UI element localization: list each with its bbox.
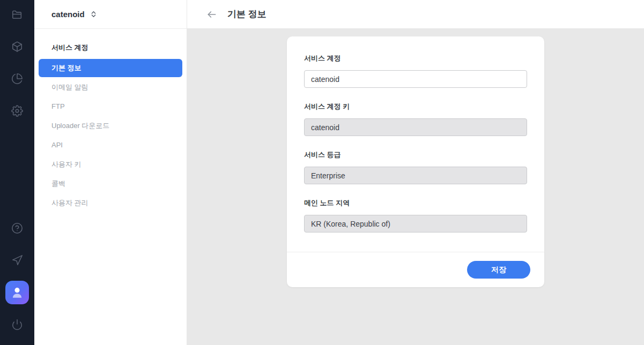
- service-account-input[interactable]: [304, 70, 527, 88]
- packages-button[interactable]: [11, 41, 23, 52]
- card-footer: 저장: [287, 252, 544, 287]
- form-field: 서비스 등급: [304, 150, 527, 184]
- form-field: 메인 노드 지역: [304, 198, 527, 232]
- analytics-button[interactable]: [11, 73, 23, 85]
- form-field: 서비스 계정: [304, 54, 527, 88]
- main-node-region-input: [304, 215, 527, 232]
- sidebar-item-user-management[interactable]: 사용자 관리: [39, 193, 182, 213]
- rail-bottom-group: [5, 222, 29, 345]
- user-avatar[interactable]: [5, 281, 29, 304]
- sidebar-item-ftp[interactable]: FTP: [39, 97, 182, 116]
- basic-info-form: 서비스 계정 서비스 계정 키 서비스 등급 메인 노드 지역: [287, 36, 544, 252]
- page-title: 기본 정보: [227, 8, 267, 20]
- folder-icon: [11, 9, 23, 20]
- help-button[interactable]: [11, 222, 23, 234]
- settings-menu: 서비스 계정 기본 정보 이메일 알림 FTP Uploader 다운로드 AP…: [34, 29, 187, 213]
- sidebar-item-basic-info[interactable]: 기본 정보: [39, 59, 182, 77]
- main-area: 기본 정보 서비스 계정 서비스 계정 키 서비스 등급: [187, 0, 644, 345]
- settings-button[interactable]: [11, 105, 23, 117]
- service-account-key-label: 서비스 계정 키: [304, 102, 527, 111]
- logout-button[interactable]: [11, 319, 23, 331]
- menu-section-title: 서비스 계정: [39, 43, 182, 52]
- settings-sidebar: catenoid 서비스 계정 기본 정보 이메일 알림 FTP Uploade…: [34, 0, 187, 345]
- service-account-key-input: [304, 118, 527, 136]
- main-node-region-label: 메인 노드 지역: [304, 198, 527, 208]
- back-button[interactable]: [206, 9, 217, 20]
- service-tier-input: [304, 167, 527, 184]
- sidebar-item-callback[interactable]: 콜백: [39, 174, 182, 193]
- service-account-label: 서비스 계정: [304, 54, 527, 63]
- send-button[interactable]: [11, 254, 23, 266]
- sidebar-item-uploader-download[interactable]: Uploader 다운로드: [39, 116, 182, 136]
- service-tier-label: 서비스 등급: [304, 150, 527, 160]
- sidebar-item-user-key[interactable]: 사용자 키: [39, 155, 182, 174]
- gear-icon: [11, 105, 23, 117]
- sidebar-item-email-alerts[interactable]: 이메일 알림: [39, 78, 182, 97]
- form-field: 서비스 계정 키: [304, 102, 527, 136]
- arrow-left-icon: [206, 9, 217, 20]
- page-header: 기본 정보: [187, 0, 644, 29]
- person-icon: [10, 286, 24, 299]
- chevron-updown-icon: [90, 10, 98, 18]
- basic-info-card: 서비스 계정 서비스 계정 키 서비스 등급 메인 노드 지역: [287, 36, 544, 287]
- save-button[interactable]: 저장: [467, 261, 530, 279]
- sidebar-item-api[interactable]: API: [39, 136, 182, 155]
- pie-chart-icon: [11, 73, 23, 85]
- workspace-name: catenoid: [51, 10, 85, 19]
- icon-rail: [0, 0, 34, 345]
- content-area: 서비스 계정 서비스 계정 키 서비스 등급 메인 노드 지역: [187, 29, 644, 345]
- power-icon: [11, 319, 23, 331]
- send-icon: [11, 254, 23, 266]
- help-icon: [11, 222, 23, 234]
- rail-top-group: [11, 0, 23, 117]
- projects-button[interactable]: [11, 9, 23, 20]
- workspace-selector[interactable]: catenoid: [34, 0, 187, 29]
- cube-icon: [11, 41, 23, 52]
- app-window: catenoid 서비스 계정 기본 정보 이메일 알림 FTP Uploade…: [0, 0, 644, 345]
